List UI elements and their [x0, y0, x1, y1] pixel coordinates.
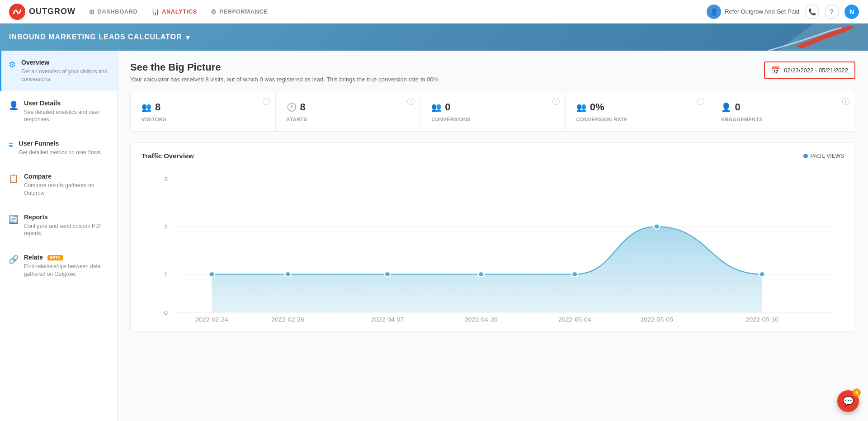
svg-text:1: 1: [164, 271, 168, 278]
sidebar-item-user-funnels[interactable]: ≡ User Funnels Get detailed metrics on u…: [0, 132, 117, 165]
stat-engagements: 👤 0 ENGAGEMENTS i: [710, 92, 855, 131]
traffic-chart: 3 2 1 0: [142, 169, 844, 322]
nav-right: 👤 Refer Outgrow And Get Paid 📞 ? N: [707, 5, 859, 19]
engagements-value: 0: [735, 101, 740, 113]
starts-icon: 🕐: [287, 102, 297, 112]
visitors-info-icon[interactable]: i: [263, 98, 270, 105]
big-picture-title: See the Big Picture: [130, 61, 439, 73]
relate-icon: 🔗: [9, 255, 19, 265]
chart-title: Traffic Overview: [142, 152, 194, 160]
sidebar-item-overview[interactable]: ⚙ Overview Get an overview of your visit…: [0, 51, 117, 91]
chart-legend: PAGE VIEWS: [803, 153, 844, 159]
visitors-icon: 👥: [142, 102, 151, 112]
svg-point-15: [759, 272, 765, 277]
phone-icon: 📞: [808, 8, 816, 15]
chat-button[interactable]: 💬 6: [837, 390, 859, 412]
compare-icon: 📋: [9, 174, 19, 184]
user-funnels-icon: ≡: [9, 141, 14, 150]
nav-analytics[interactable]: 📊 ANALYTICS: [151, 6, 197, 17]
stat-starts: 🕐 8 STARTS i: [276, 92, 421, 131]
sidebar-item-reports[interactable]: 🔄 Reports Configure and send custom PDF …: [0, 205, 117, 246]
starts-info-icon[interactable]: i: [407, 98, 415, 105]
starts-value: 8: [300, 101, 306, 113]
question-icon: ?: [830, 8, 834, 15]
svg-text:0: 0: [164, 309, 168, 316]
refer-button[interactable]: 👤 Refer Outgrow And Get Paid: [707, 5, 799, 19]
overview-icon: ⚙: [9, 60, 16, 70]
chart-section: Traffic Overview PAGE VIEWS 3 2: [130, 142, 855, 332]
conversions-icon: 👥: [431, 102, 441, 112]
stat-conversions: 👥 0 CONVERSIONS i: [420, 92, 566, 131]
analytics-icon: 📊: [151, 8, 160, 15]
conversion-rate-label: CONVERSION RATE: [576, 117, 699, 122]
reports-icon: 🔄: [9, 214, 19, 224]
content-header: See the Big Picture Your calculator has …: [130, 61, 855, 83]
performance-icon: ⚙: [211, 8, 217, 15]
chevron-down-icon: ▾: [186, 33, 190, 42]
conversions-value: 0: [445, 101, 450, 113]
starts-label: STARTS: [287, 117, 410, 122]
conversions-label: CONVERSIONS: [431, 117, 554, 122]
legend-dot: [803, 154, 808, 158]
engagements-info-icon[interactable]: i: [842, 98, 849, 105]
visitors-label: VISITORS: [142, 117, 264, 122]
banner: INBOUND MARKETING LEADS CALCULATOR ▾: [0, 24, 868, 51]
logo[interactable]: OUTGROW: [9, 4, 75, 20]
engagements-label: ENGAGEMENTS: [721, 117, 844, 122]
banner-title[interactable]: INBOUND MARKETING LEADS CALCULATOR ▾: [9, 33, 190, 42]
chat-icon: 💬: [843, 396, 854, 407]
phone-button[interactable]: 📞: [805, 5, 819, 19]
dashboard-icon: ⊞: [89, 8, 95, 15]
visitors-value: 8: [155, 101, 160, 113]
svg-point-10: [285, 272, 291, 277]
main-layout: ⚙ Overview Get an overview of your visit…: [0, 51, 868, 421]
svg-text:2022-05-05: 2022-05-05: [640, 317, 673, 322]
user-details-icon: 👤: [9, 100, 19, 110]
banner-decoration: [687, 24, 868, 51]
stat-visitors: 👥 8 VISITORS i: [131, 92, 276, 131]
nav-performance[interactable]: ⚙ PERFORMANCE: [211, 6, 268, 17]
date-range-picker[interactable]: 📅 02/23/2022 - 05/21/2022: [764, 61, 855, 79]
svg-text:2022-05-16: 2022-05-16: [745, 317, 778, 322]
stat-conversion-rate: 👥 0% CONVERSION RATE i: [566, 92, 711, 131]
svg-point-11: [384, 272, 390, 277]
stats-row: 👥 8 VISITORS i 🕐 8 STARTS i 👥 0: [130, 92, 855, 132]
sidebar-item-user-details[interactable]: 👤 User Details See detailed analytics an…: [0, 91, 117, 132]
chart-header: Traffic Overview PAGE VIEWS: [142, 152, 844, 160]
svg-text:2022-05-04: 2022-05-04: [558, 317, 591, 322]
nav-items: ⊞ DASHBOARD 📊 ANALYTICS ⚙ PERFORMANCE: [89, 6, 707, 17]
conversions-info-icon[interactable]: i: [552, 98, 560, 105]
svg-text:2022-04-07: 2022-04-07: [371, 317, 404, 322]
conversion-rate-icon: 👥: [576, 102, 586, 112]
svg-text:3: 3: [164, 176, 168, 183]
big-picture-header: See the Big Picture Your calculator has …: [130, 61, 439, 83]
help-button[interactable]: ?: [825, 5, 839, 19]
svg-text:2022-04-20: 2022-04-20: [465, 317, 498, 322]
outgrow-logo-icon: [9, 4, 25, 20]
top-nav: OUTGROW ⊞ DASHBOARD 📊 ANALYTICS ⚙ PERFOR…: [0, 0, 868, 24]
svg-point-12: [478, 272, 484, 277]
svg-point-14: [654, 224, 660, 229]
chat-badge: 6: [853, 388, 861, 397]
user-avatar[interactable]: N: [844, 5, 859, 19]
sidebar-item-compare[interactable]: 📋 Compare Compare results gathered on Ou…: [0, 165, 117, 205]
sidebar-item-relate[interactable]: 🔗 Relate BETA Find relationships between…: [0, 246, 117, 286]
svg-point-13: [572, 272, 578, 277]
legend-label: PAGE VIEWS: [811, 153, 844, 159]
conversion-rate-value: 0%: [590, 101, 604, 113]
chart-svg: 3 2 1 0: [142, 169, 844, 322]
big-picture-description: Your calculator has received 8 visits, o…: [130, 76, 439, 83]
refer-icon: 👤: [707, 5, 721, 19]
svg-text:2022-02-26: 2022-02-26: [271, 317, 304, 322]
logo-text: OUTGROW: [29, 7, 75, 16]
content-area: See the Big Picture Your calculator has …: [118, 51, 868, 421]
conversion-rate-info-icon[interactable]: i: [697, 98, 704, 105]
engagements-icon: 👤: [721, 102, 731, 112]
nav-dashboard[interactable]: ⊞ DASHBOARD: [89, 6, 138, 17]
svg-point-9: [209, 272, 215, 277]
calendar-icon: 📅: [771, 66, 780, 75]
svg-text:2: 2: [164, 224, 168, 231]
svg-text:2022-02-24: 2022-02-24: [195, 317, 228, 322]
sidebar: ⚙ Overview Get an overview of your visit…: [0, 51, 118, 421]
beta-badge: BETA: [47, 255, 63, 260]
